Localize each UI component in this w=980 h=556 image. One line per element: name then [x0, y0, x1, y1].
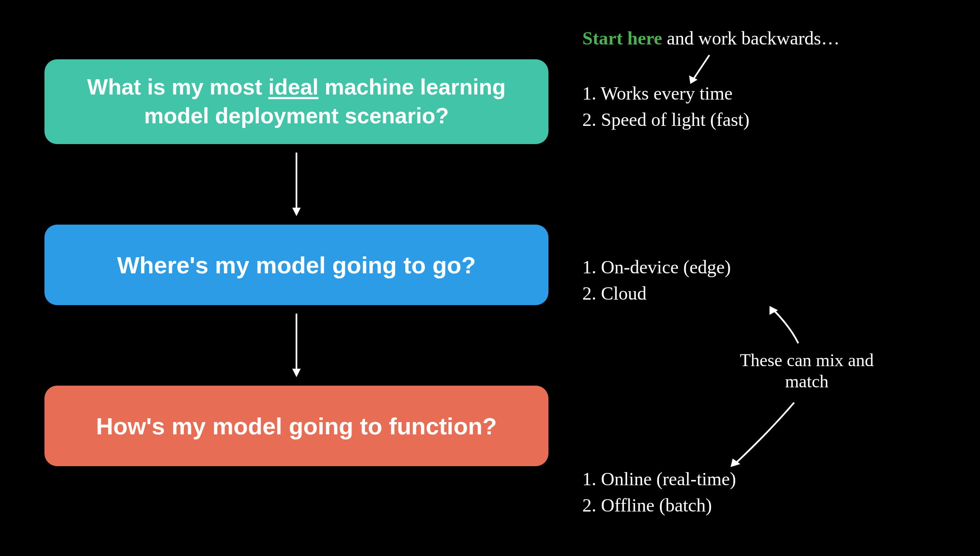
block-blue-text: Where's my model going to go?: [117, 251, 476, 279]
annotations-column: Start here and work backwards… 1. Works …: [570, 42, 955, 522]
ideal-scenario-list: 1. Works every time 2. Speed of light (f…: [582, 81, 750, 133]
list-item: 1. Online (real-time): [582, 466, 736, 492]
list-item: 2. Speed of light (fast): [582, 107, 750, 133]
arrow-down-icon: [290, 314, 303, 377]
list-item: 1. On-device (edge): [582, 254, 731, 281]
start-here-text: Start here: [582, 28, 662, 49]
start-here-annotation: Start here and work backwards…: [582, 25, 840, 52]
block-where-to-go: Where's my model going to go?: [44, 225, 548, 305]
list-item: 2. Cloud: [582, 281, 731, 307]
curved-arrow-icon: [756, 301, 824, 352]
how-function-list: 1. Online (real-time) 2. Offline (batch): [582, 466, 736, 518]
work-backwards-text: and work backwards…: [662, 28, 840, 49]
arrow-down-icon: [290, 153, 303, 216]
list-item: 2. Offline (batch): [582, 492, 736, 519]
block-teal-prefix: What is my most: [87, 75, 269, 99]
mix-match-annotation: These can mix and match: [722, 350, 891, 392]
block-ideal-scenario: What is my most ideal machine learning m…: [44, 59, 548, 144]
flowchart-column: What is my most ideal machine learning m…: [40, 42, 553, 522]
curved-arrow-icon: [718, 398, 811, 475]
block-red-text: How's my model going to function?: [96, 412, 497, 440]
diagram-container: What is my most ideal machine learning m…: [0, 0, 980, 556]
svg-marker-1: [292, 208, 301, 216]
where-to-go-list: 1. On-device (edge) 2. Cloud: [582, 254, 731, 306]
block-teal-underlined: ideal: [269, 75, 319, 99]
svg-marker-3: [292, 369, 301, 377]
list-item: 1. Works every time: [582, 81, 750, 107]
block-how-function: How's my model going to function?: [44, 386, 548, 466]
